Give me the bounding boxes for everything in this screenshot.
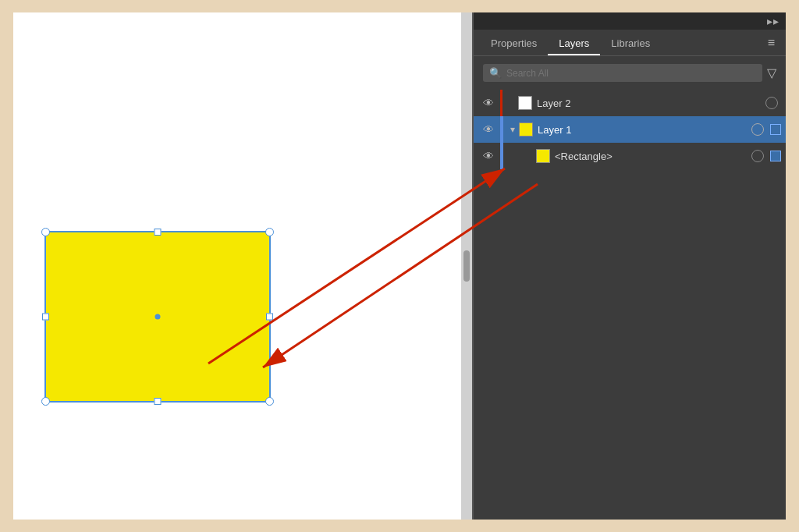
tab-libraries[interactable]: Libraries — [600, 30, 661, 55]
layer-name-layer2: Layer 2 — [537, 98, 765, 109]
indent-bar-layer2 — [500, 90, 502, 116]
visibility-circle-rectangle[interactable] — [751, 150, 764, 162]
visibility-icon-layer2[interactable]: 👁 — [480, 97, 497, 109]
search-bar: 🔍 ▽ — [474, 56, 786, 90]
swatch-rectangle — [536, 149, 550, 163]
swatch-layer1 — [519, 122, 533, 137]
visibility-icon-rectangle[interactable]: 👁 — [480, 150, 497, 162]
filter-icon[interactable]: ▽ — [767, 66, 776, 80]
visibility-circle-layer2[interactable] — [765, 97, 778, 109]
layer-row-rectangle[interactable]: 👁 <Rectangle> — [474, 143, 786, 169]
right-panel: ▸▸ Properties Layers Libraries ≡ 🔍 ▽ — [474, 12, 786, 520]
canvas-scrollbar[interactable] — [461, 12, 472, 520]
layer-square-rectangle[interactable] — [770, 151, 781, 161]
handle-mid-bottom[interactable] — [154, 398, 162, 405]
tab-properties[interactable]: Properties — [480, 30, 548, 55]
handle-mid-left[interactable] — [42, 314, 49, 321]
visibility-icon-layer1[interactable]: 👁 — [480, 123, 497, 136]
handle-mid-right[interactable] — [266, 314, 273, 321]
layer-row-layer1[interactable]: 👁 ▾ Layer 1 — [474, 116, 786, 143]
tab-layers[interactable]: Layers — [548, 30, 600, 55]
handle-corner-bl[interactable] — [41, 397, 50, 406]
yellow-rectangle[interactable] — [44, 231, 271, 403]
search-icon: 🔍 — [489, 67, 502, 79]
scroll-thumb — [463, 250, 470, 282]
handle-corner-tr[interactable] — [265, 228, 274, 236]
search-input[interactable] — [506, 68, 756, 79]
handle-mid-top[interactable] — [154, 229, 162, 236]
indent-bar-rectangle — [500, 143, 503, 169]
panel-expand-icon[interactable]: ▸▸ — [767, 15, 779, 27]
handle-corner-tl[interactable] — [41, 228, 50, 236]
panel-menu-icon[interactable]: ≡ — [763, 33, 779, 53]
handle-corner-br[interactable] — [265, 397, 274, 406]
center-dot — [155, 314, 161, 320]
layer-name-layer1: Layer 1 — [538, 124, 751, 136]
canvas-object-wrapper — [44, 231, 271, 403]
swatch-layer2 — [518, 96, 532, 110]
canvas-area — [13, 12, 474, 520]
search-wrapper: 🔍 — [483, 64, 762, 82]
top-bar: ▸▸ — [474, 12, 786, 30]
indent-bar-layer1 — [500, 116, 503, 143]
visibility-circle-layer1[interactable] — [751, 123, 764, 136]
layer-row-layer2[interactable]: 👁 Layer 2 — [474, 90, 786, 116]
chevron-layer1[interactable]: ▾ — [506, 124, 519, 135]
layer-name-rectangle: <Rectangle> — [555, 151, 751, 162]
tab-bar: Properties Layers Libraries ≡ — [474, 30, 786, 56]
layer-square-layer1[interactable] — [770, 124, 781, 135]
layers-list: 👁 Layer 2 👁 ▾ Layer 1 👁 — [474, 90, 786, 520]
